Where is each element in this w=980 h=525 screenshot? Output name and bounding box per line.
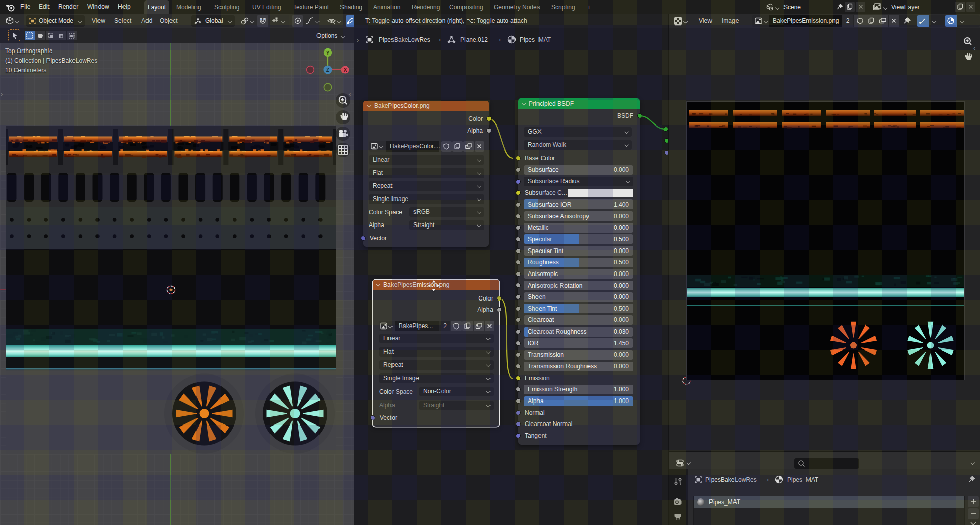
svg-text:X: X xyxy=(344,67,347,73)
svg-text:Y: Y xyxy=(326,50,330,56)
svg-text:Z: Z xyxy=(326,67,330,73)
